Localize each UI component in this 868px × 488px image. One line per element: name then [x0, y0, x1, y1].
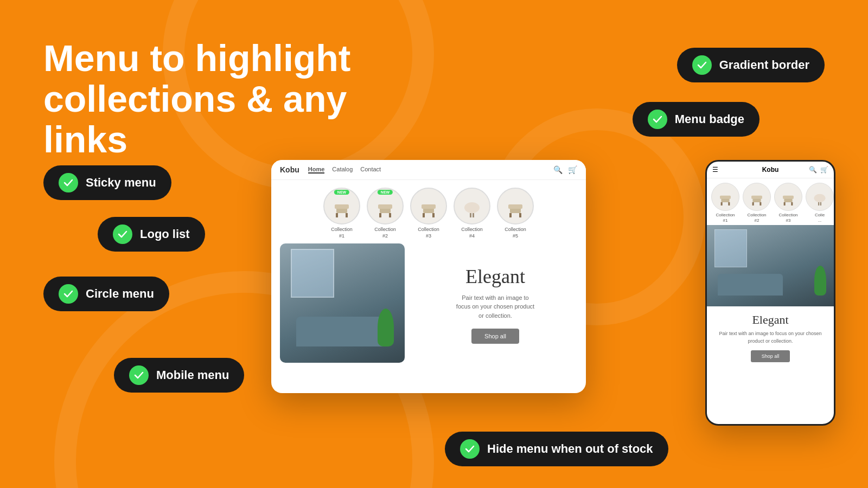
- svg-rect-17: [509, 213, 512, 217]
- badge-gradient-border: Gradient border: [677, 48, 825, 82]
- mobile-collection-1[interactable]: Collection#1: [711, 183, 739, 223]
- svg-rect-16: [508, 204, 522, 209]
- svg-rect-9: [422, 204, 436, 209]
- svg-rect-18: [519, 213, 521, 217]
- mobile-icons: 🔍 🛒: [809, 166, 828, 174]
- svg-rect-24: [751, 196, 762, 199]
- plant-decoration: [378, 309, 394, 346]
- new-badge-1: NEW: [334, 190, 349, 195]
- check-icon-menu-badge: [648, 110, 667, 129]
- mobile-hero-body: Pair text with an image to focus on your…: [713, 330, 827, 345]
- badge-circle-label: Circle menu: [86, 287, 154, 301]
- check-icon-gradient: [692, 55, 712, 75]
- badge-menu-badge-label: Menu badge: [675, 112, 744, 126]
- collection-item-4[interactable]: Collection#4: [454, 188, 490, 239]
- mobile-sofa-decoration: [718, 274, 783, 296]
- cart-icon[interactable]: 🛒: [568, 165, 577, 174]
- browser-hero-image: [280, 243, 405, 363]
- hero-section: Menu to highlight collections & any link…: [43, 38, 412, 159]
- mobile-bar: ☰ Kobu 🔍 🛒: [707, 162, 834, 178]
- badge-menu-badge: Menu badge: [633, 102, 760, 137]
- collection-label-3: Collection#3: [418, 227, 439, 239]
- svg-rect-20: [720, 196, 731, 199]
- browser-shop-button[interactable]: Shop all: [471, 329, 519, 344]
- svg-rect-26: [760, 202, 761, 206]
- check-icon-hide: [460, 439, 480, 459]
- svg-rect-6: [379, 213, 381, 217]
- browser-hero-body: Pair text with an image tofocus on your …: [456, 293, 534, 320]
- mobile-mockup: ☰ Kobu 🔍 🛒 Collection#1: [705, 160, 835, 426]
- mobile-collection-2[interactable]: Collection#2: [743, 183, 771, 223]
- browser-bar: Kobu Home Catalog Contact 🔍 🛒: [271, 160, 586, 180]
- mobile-col-circle-3: [774, 183, 802, 211]
- mobile-hero-heading: Elegant: [713, 313, 827, 327]
- badge-logo-label: Logo list: [140, 227, 190, 241]
- browser-hero-content: Elegant Pair text with an image tofocus …: [413, 243, 577, 365]
- collection-circle-5: [497, 188, 534, 224]
- svg-rect-22: [728, 202, 730, 206]
- collection-label-4: Collection#4: [461, 227, 483, 239]
- svg-rect-28: [783, 196, 794, 199]
- svg-rect-30: [791, 202, 793, 206]
- browser-hero: Elegant Pair text with an image tofocus …: [271, 243, 586, 374]
- badge-logo-list: Logo list: [98, 217, 205, 252]
- nav-catalog[interactable]: Catalog: [332, 166, 353, 174]
- svg-rect-10: [423, 213, 425, 217]
- mobile-col-circle-4: [806, 183, 834, 211]
- mobile-col-label-3: Collection#3: [778, 213, 797, 223]
- browser-mockup: Kobu Home Catalog Contact 🔍 🛒 NEW Coll: [271, 160, 586, 393]
- collection-label-1: Collection#1: [331, 227, 353, 239]
- svg-point-31: [814, 194, 825, 202]
- browser-logo: Kobu: [280, 165, 299, 174]
- svg-rect-32: [818, 202, 819, 206]
- svg-rect-11: [432, 213, 435, 217]
- svg-rect-25: [752, 202, 754, 206]
- check-icon-sticky: [59, 173, 78, 192]
- mobile-hamburger-icon[interactable]: ☰: [712, 166, 718, 174]
- nav-contact[interactable]: Contact: [360, 166, 381, 174]
- badge-mobile-label: Mobile menu: [156, 368, 229, 382]
- mobile-collection-4[interactable]: Colle...: [806, 183, 834, 223]
- new-badge-2: NEW: [378, 190, 393, 195]
- sofa-decoration: [296, 317, 383, 346]
- svg-rect-1: [335, 204, 349, 209]
- mobile-window-decoration: [714, 229, 747, 267]
- svg-point-12: [464, 202, 480, 213]
- search-icon[interactable]: 🔍: [553, 165, 563, 174]
- svg-rect-2: [336, 213, 338, 217]
- mobile-col-label-2: Collection#2: [747, 213, 766, 223]
- badge-mobile-menu: Mobile menu: [114, 358, 244, 393]
- mobile-col-label-4: Colle...: [815, 213, 825, 223]
- badge-gradient-label: Gradient border: [719, 58, 809, 72]
- svg-rect-3: [346, 213, 348, 217]
- collection-circle-2: NEW: [367, 188, 404, 224]
- mobile-search-icon[interactable]: 🔍: [809, 166, 817, 174]
- nav-home[interactable]: Home: [308, 166, 325, 174]
- mobile-collection-3[interactable]: Collection#3: [774, 183, 802, 223]
- collection-circle-1: NEW: [323, 188, 360, 224]
- mobile-hero-image: [707, 225, 834, 306]
- mobile-cart-icon[interactable]: 🛒: [820, 166, 828, 174]
- collection-item-3[interactable]: Collection#3: [410, 188, 447, 239]
- svg-rect-5: [378, 204, 392, 209]
- collection-circle-4: [454, 188, 490, 224]
- mobile-collections-row: Collection#1 Collection#2: [707, 178, 834, 225]
- svg-rect-14: [473, 213, 474, 217]
- check-icon-logo: [113, 224, 132, 244]
- mobile-col-circle-1: [711, 183, 739, 211]
- check-icon-mobile: [129, 365, 149, 385]
- svg-rect-29: [784, 202, 786, 206]
- hero-title: Menu to highlight collections & any link…: [43, 38, 412, 159]
- badge-sticky-label: Sticky menu: [86, 176, 156, 190]
- mobile-logo: Kobu: [762, 166, 779, 174]
- mobile-col-label-1: Collection#1: [716, 213, 735, 223]
- svg-rect-21: [721, 202, 723, 206]
- collection-circle-3: [410, 188, 447, 224]
- collection-item-5[interactable]: Collection#5: [497, 188, 534, 239]
- collection-item-2[interactable]: NEW Collection#2: [367, 188, 404, 239]
- browser-nav: Home Catalog Contact: [308, 166, 381, 174]
- svg-rect-7: [389, 213, 391, 217]
- collections-row: NEW Collection#1 NEW: [271, 180, 586, 243]
- mobile-shop-button[interactable]: Shop all: [751, 350, 790, 362]
- collection-item-1[interactable]: NEW Collection#1: [323, 188, 360, 239]
